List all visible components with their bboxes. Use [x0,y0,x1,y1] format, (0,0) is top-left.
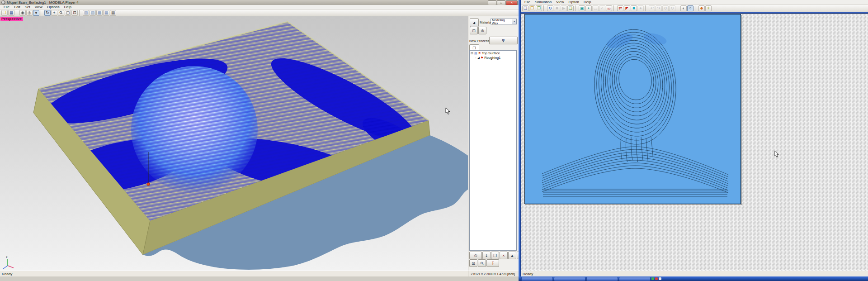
tool-position-icon[interactable]: ⇄ [617,5,623,11]
reset-simulation-icon[interactable]: ↻ [547,5,553,11]
open-file-icon[interactable]: ❐ [529,5,535,11]
taskbar-button[interactable] [521,277,553,281]
preview-zoom-button[interactable]: ⚲ [478,259,486,267]
step-icon[interactable]: ❏ [567,5,574,11]
material-value: Modeling Wax [492,19,512,25]
toolbar-separator [79,10,81,16]
sphere-view-icon[interactable]: ● [637,5,644,11]
model-frame-button[interactable]: ⊡ [470,27,478,34]
tree-item-roughing1[interactable]: ▫ ◢ ⚑ Roughing1 [470,55,516,60]
show-toolpath-icon[interactable]: ◡ [592,5,599,11]
model-origin-button[interactable]: ⊚ [478,27,486,34]
windows-taskbar [519,276,868,281]
check-icon[interactable]: ✓ [599,5,605,11]
settings-icon[interactable]: ✳ [705,5,712,11]
rotate-view-ccw-icon[interactable]: ↺ [662,5,669,11]
toolpath-scene: z [0,16,468,271]
svg-text:z: z [6,255,8,258]
model-buttons: ⊡ ⊚ [470,27,486,34]
toolbar-glyph: ■ [632,6,635,10]
wireframe-view-icon[interactable]: ◉ [19,10,26,16]
shaded-view-icon[interactable]: ◎ [26,10,33,16]
menu-help[interactable]: Help [582,0,593,4]
start-cutting-button[interactable]: ↧ [486,259,499,267]
menu-view[interactable]: View [33,5,44,9]
toolbar-glyph: 50 [608,7,611,10]
play-icon[interactable]: ▶ [561,5,567,11]
preview-icon[interactable]: ▦ [110,10,116,16]
material-dropdown[interactable]: Modeling Wax ▾ [491,19,517,24]
toolbar-glyph: ◉ [21,11,24,15]
menu-option[interactable]: Option [566,0,581,4]
toolbar-glyph: ● [639,6,642,10]
status-bar: Ready 2.6121 x 2.2000 x 1.4778 [inch] [0,271,519,276]
menu-file[interactable]: File [2,5,11,9]
workpiece-color-icon[interactable]: ■ [631,5,637,11]
taskbar-tray-icon[interactable] [651,277,654,280]
save-file-icon[interactable]: ❐ [536,5,542,11]
menu-file[interactable]: File [523,0,532,4]
new-file-icon[interactable]: ❏ [522,5,528,11]
move-up-button[interactable]: ▲ [508,252,516,259]
tool-setup-button[interactable]: ↧ [482,252,491,259]
show-workpiece-icon[interactable]: ▣ [579,5,585,11]
flag-icon: ⚑ [481,56,483,59]
view-top-icon[interactable]: ▩ [96,10,103,16]
speed-icon[interactable]: 50 [606,5,612,11]
head-contour-drawing [525,14,741,204]
menu-help[interactable]: Help [62,5,73,9]
material-button[interactable]: ◕ [470,18,479,27]
rotate-view-cw-icon[interactable]: ↻ [669,5,675,11]
menu-options[interactable]: Options [45,5,61,9]
zoom-tool-icon[interactable]: ⚲ [58,10,64,16]
tree-item-top-surface[interactable]: ⊟ ▤ ⚑ Top Surface [470,51,516,55]
pan-tool-icon[interactable]: + [51,10,57,16]
taskbar-button[interactable] [554,277,585,281]
toolbar-separator [543,5,546,11]
taskbar-tray-icon[interactable] [655,277,658,280]
title-bar[interactable]: Miqael Scan_Surfacing1 - MODELA Player 4 [0,0,519,5]
zoom-window-icon[interactable]: ▢ [65,10,71,16]
material-removal-icon[interactable]: ◤ [624,5,630,11]
toolbar-glyph: ↻ [46,11,49,15]
view-side-icon[interactable]: ▨ [90,10,96,16]
toolbar-glyph: ◤ [626,6,629,10]
delete-process-button[interactable]: × [500,252,508,259]
copy-process-button[interactable]: ❐ [491,252,499,259]
taskbar-button[interactable] [619,277,651,281]
menu-set[interactable]: Set [23,5,32,9]
menu-simulation[interactable]: Simulation [533,0,553,4]
open-icon[interactable]: ❐ [1,10,8,16]
rotate-view-right-icon[interactable]: ↷ [656,5,662,11]
expand-icon[interactable]: ⊟ [471,52,473,55]
preview-cutting-button[interactable]: ⊙ [469,252,482,259]
surface-icon: ▤ [474,52,477,55]
menu-edit[interactable]: Edit [12,5,22,9]
toolbar-glyph: ⊡ [73,11,76,15]
menu-view[interactable]: View [554,0,566,4]
show-model-icon[interactable]: ◗ [585,5,592,11]
monitor-button[interactable]: ⊡ [469,259,477,267]
new-process-button[interactable]: ⋔ [489,37,518,44]
taskbar-tray-icon[interactable] [659,277,661,280]
perspective-toggle-icon[interactable]: ● [33,10,39,16]
toolbar-glyph: ○ [689,6,691,10]
workpiece-top-view[interactable] [524,14,741,204]
app-icon [1,0,5,5]
rotate-view-left-icon[interactable]: ↶ [649,5,655,11]
stop-icon[interactable]: ■ [554,5,560,11]
3d-viewport[interactable]: z Perspective [0,16,468,271]
save-icon[interactable]: ▦ [8,10,14,16]
zoom-fit-icon[interactable]: ⊡ [71,10,78,16]
taskbar-button[interactable] [586,277,618,281]
view-iso-icon[interactable]: ▦ [103,10,109,16]
half-section-icon[interactable]: ◐ [680,5,687,11]
menu-bar: FileSimulationViewOptionHelp [521,0,868,5]
rotate-tool-icon[interactable]: ↻ [44,10,51,16]
view-front-icon[interactable]: ▧ [83,10,89,16]
operator-icon[interactable]: ☻ [698,5,705,11]
new-process-label: New Process [469,39,489,43]
process-actions-row: ⊙↧❐×▲▼ [469,252,525,259]
toolbar-glyph: ✓ [600,6,604,10]
full-view-icon[interactable]: ○ [687,5,693,11]
